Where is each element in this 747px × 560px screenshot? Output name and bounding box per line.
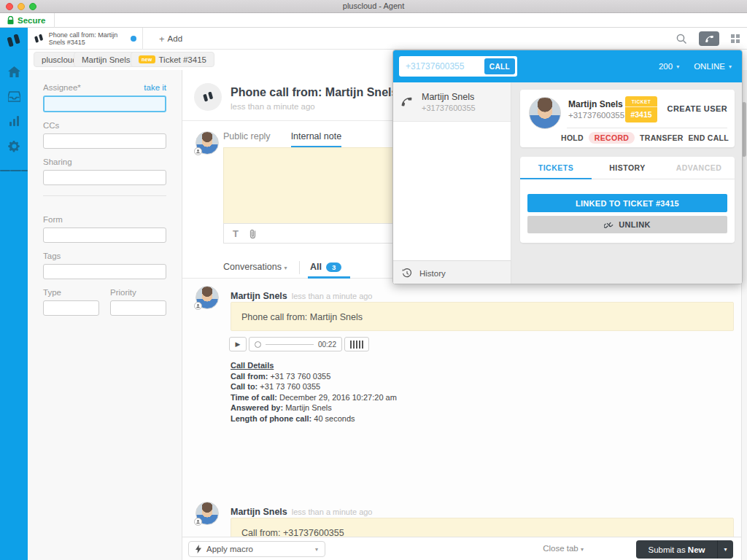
attachment-paperclip-icon[interactable]	[249, 228, 257, 239]
status-online-dropdown[interactable]: ONLINE▾	[694, 62, 732, 71]
tags-field[interactable]	[43, 264, 166, 279]
window-titlebar: pluscloud - Agent	[0, 0, 747, 13]
minimize-window-button[interactable]	[18, 3, 25, 10]
seek-bar[interactable]: 00:22	[249, 337, 342, 351]
sharing-label: Sharing	[43, 158, 166, 166]
conversation-list: Martijn Snelsless than a minute ago Phon…	[182, 279, 741, 537]
tab-public-reply[interactable]: Public reply	[223, 131, 271, 147]
contact-number: +31737600355	[422, 104, 476, 112]
call-widget-detail-pane: Martijn Snels +31737600355 TICKET #3415 …	[511, 82, 743, 284]
caller-name: Martijn Snels	[568, 99, 623, 109]
reports-icon[interactable]	[0, 109, 28, 133]
home-icon[interactable]	[0, 60, 28, 83]
chevron-down-icon: ▾	[729, 63, 732, 70]
window-title: pluscloud - Agent	[0, 0, 747, 12]
conversation-count-badge: 3	[326, 262, 341, 272]
assignee-field[interactable]	[43, 96, 166, 112]
priority-field[interactable]	[110, 300, 166, 316]
record-button[interactable]: RECORD	[589, 132, 635, 144]
breadcrumb-person[interactable]: Martijn Snels	[74, 52, 138, 67]
seek-knob[interactable]	[255, 341, 261, 348]
tab-advanced[interactable]: ADVANCED	[663, 157, 735, 179]
tab-internal-note[interactable]: Internal note	[291, 131, 342, 147]
call-button[interactable]: CALL	[484, 58, 515, 74]
phone-handset-icon	[400, 96, 413, 108]
line-count-dropdown[interactable]: 200▾	[659, 62, 679, 71]
filter-all-tab[interactable]: All 3	[310, 262, 341, 272]
tags-label: Tags	[43, 252, 166, 260]
chevron-down-icon: ▾	[676, 63, 679, 70]
add-tab-button[interactable]: + Add	[152, 28, 190, 50]
type-label: Type	[43, 288, 99, 297]
browser-chrome-bar: Secure	[0, 13, 747, 28]
end-call-button[interactable]: END CALL	[689, 133, 729, 142]
settings-gear-icon[interactable]	[0, 134, 28, 158]
zoom-window-button[interactable]	[29, 3, 36, 10]
views-icon[interactable]	[0, 85, 28, 108]
message-body: Phone call from: Martijn Snels	[231, 302, 734, 331]
close-window-button[interactable]	[6, 3, 13, 10]
end-user-badge-icon	[194, 302, 202, 310]
contact-name: Martijn Snels	[422, 92, 476, 102]
message-time: less than a minute ago	[292, 508, 373, 516]
widget-tabs: TICKETS HISTORY ADVANCED	[520, 157, 735, 179]
tab-history[interactable]: HISTORY	[592, 157, 663, 179]
close-tab-dropdown[interactable]: Close tab ▾	[543, 544, 584, 553]
play-button[interactable]: ▶	[229, 337, 247, 351]
conversations-dropdown[interactable]: Conversations ▾	[223, 262, 287, 272]
ccs-field[interactable]	[43, 133, 166, 149]
detail-row: Call to: +31 73 760 0355	[231, 381, 397, 392]
admin-list-icon[interactable]	[0, 159, 28, 182]
seek-track	[266, 344, 314, 345]
unlink-button[interactable]: UNLINK	[527, 216, 727, 233]
panel-divider	[43, 195, 166, 196]
phone-icon	[705, 34, 714, 44]
ticket-title: Phone call from: Martijn Snels	[231, 86, 398, 99]
message-author: Martijn Snels	[231, 291, 287, 301]
volume-bars-icon[interactable]	[344, 337, 369, 351]
apps-grid-icon[interactable]	[731, 34, 740, 43]
call-widget: CALL 200▾ ONLINE▾ Martijn Snels +3173760…	[392, 50, 743, 284]
divider	[567, 128, 727, 128]
take-it-link[interactable]: take it	[144, 83, 166, 92]
search-icon[interactable]	[676, 34, 687, 44]
create-user-button[interactable]: CREATE USER	[667, 104, 727, 113]
history-button[interactable]: History	[393, 260, 511, 284]
phone-widget-toggle-button[interactable]	[699, 31, 719, 46]
audio-duration: 00:22	[318, 341, 336, 349]
tab-bar: Phone call from: Martijn Snels #3415 + A…	[28, 28, 747, 50]
form-field[interactable]	[43, 228, 166, 243]
linked-ticket-button[interactable]: LINKED TO TICKET #3415	[527, 194, 727, 212]
phone-number-input[interactable]	[401, 61, 484, 71]
secure-indicator[interactable]: Secure	[0, 13, 55, 28]
type-field[interactable]	[43, 300, 99, 316]
plus-icon: +	[159, 34, 165, 44]
format-text-icon[interactable]: T	[233, 228, 239, 239]
unlink-icon	[604, 220, 614, 230]
ticket-time-ago: less than a minute ago	[231, 102, 315, 111]
detail-row: Length of phone call: 40 seconds	[231, 413, 397, 424]
ticket-link-card: TICKETS HISTORY ADVANCED LINKED TO TICKE…	[520, 157, 735, 243]
call-actions: HOLD RECORD TRANSFER END CALL	[561, 132, 729, 144]
detail-row: Answered by: Martijn Snels	[231, 402, 397, 413]
apply-macro-button[interactable]: Apply macro ▾	[188, 541, 325, 557]
caller-number: +31737600355	[568, 111, 624, 120]
submit-button[interactable]: Submit as New ▾	[636, 540, 733, 559]
breadcrumb-ticket[interactable]: new Ticket #3415	[131, 52, 214, 67]
chevron-down-icon: ▾	[315, 546, 318, 553]
tab-tickets[interactable]: TICKETS	[520, 157, 592, 179]
pluscloud-glyph-icon	[34, 34, 44, 44]
transfer-button[interactable]: TRANSFER	[640, 133, 684, 142]
chevron-down-icon: ▾	[724, 546, 727, 553]
ticket-tab[interactable]: Phone call from: Martijn Snels #3415	[28, 28, 143, 50]
ticket-badge[interactable]: TICKET #3415	[625, 96, 657, 122]
submit-options-caret[interactable]: ▾	[717, 540, 733, 559]
hold-button[interactable]: HOLD	[561, 133, 584, 142]
secure-label: Secure	[18, 16, 45, 25]
sharing-field[interactable]	[43, 170, 166, 185]
contact-list-item[interactable]: Martijn Snels +31737600355	[393, 82, 511, 122]
pluscloud-logo-icon[interactable]	[6, 34, 22, 48]
call-widget-header: CALL 200▾ ONLINE▾	[393, 50, 742, 82]
lightning-bolt-icon	[196, 545, 201, 553]
divider	[299, 261, 300, 274]
